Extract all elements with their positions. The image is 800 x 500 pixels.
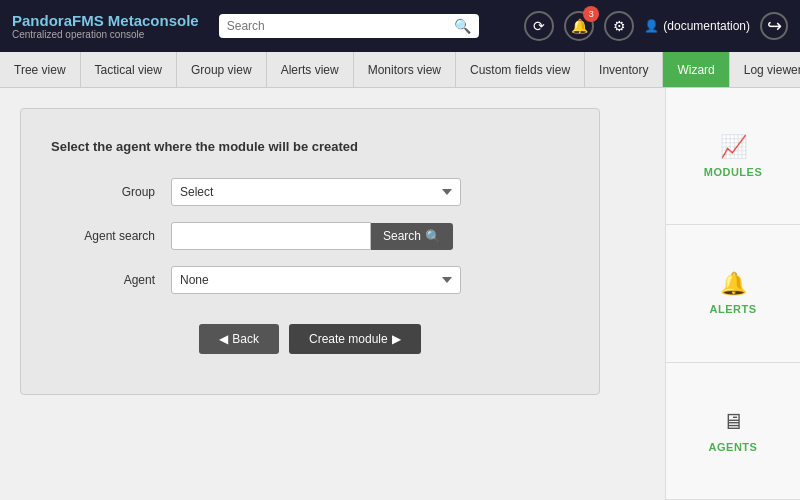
user-menu[interactable]: 👤 (documentation) (644, 19, 750, 33)
user-label: (documentation) (663, 19, 750, 33)
form-buttons: ◀ Back Create module ▶ (51, 324, 569, 354)
notifications-wrap: 🔔 3 (564, 11, 594, 41)
settings-icon[interactable]: ⚙ (604, 11, 634, 41)
back-btn-label: Back (232, 332, 259, 346)
search-btn-icon: 🔍 (425, 229, 441, 244)
main-nav: Tree view Tactical view Group view Alert… (0, 52, 800, 88)
agent-search-button[interactable]: Search 🔍 (371, 223, 453, 250)
agent-search-row: Agent search Search 🔍 (51, 222, 569, 250)
agent-search-label: Agent search (51, 229, 171, 243)
form-container: Select the agent where the module will b… (20, 108, 600, 395)
agent-search-input[interactable] (171, 222, 371, 250)
search-btn-label: Search (383, 229, 421, 243)
nav-custom-fields-view[interactable]: Custom fields view (456, 52, 585, 87)
modules-label: MODULES (704, 166, 763, 178)
user-avatar-icon: 👤 (644, 19, 659, 33)
create-btn-label: Create module (309, 332, 388, 346)
agents-label: AGENTS (709, 441, 758, 453)
agent-row: Agent None (51, 266, 569, 294)
global-search-bar: 🔍 (219, 14, 479, 38)
sidebar-agents[interactable]: 🖥 AGENTS (666, 363, 800, 500)
form-area: Select the agent where the module will b… (0, 88, 665, 500)
group-row: Group Select (51, 178, 569, 206)
form-title: Select the agent where the module will b… (51, 139, 569, 154)
group-select[interactable]: Select (171, 178, 461, 206)
brand: PandoraFMS Metaconsole Centralized opera… (12, 12, 199, 40)
global-search-button[interactable]: 🔍 (454, 18, 471, 34)
nav-tactical-view[interactable]: Tactical view (81, 52, 177, 87)
agent-search-group: Search 🔍 (171, 222, 453, 250)
agents-icon: 🖥 (722, 409, 744, 435)
right-sidebar: 📈 MODULES 🔔 ALERTS 🖥 AGENTS (665, 88, 800, 500)
app-subtitle: Centralized operation console (12, 29, 199, 40)
header-icons: ⟳ 🔔 3 ⚙ 👤 (documentation) ↪ (524, 11, 788, 41)
agent-select[interactable]: None (171, 266, 461, 294)
alerts-label: ALERTS (710, 303, 757, 315)
nav-group-view[interactable]: Group view (177, 52, 267, 87)
back-chevron-icon: ◀ (219, 332, 228, 346)
header: PandoraFMS Metaconsole Centralized opera… (0, 0, 800, 52)
sidebar-alerts[interactable]: 🔔 ALERTS (666, 225, 800, 362)
nav-tree-view[interactable]: Tree view (0, 52, 81, 87)
nav-log-viewer[interactable]: Log viewer (730, 52, 800, 87)
alerts-icon: 🔔 (720, 271, 747, 297)
logout-button[interactable]: ↪ (760, 12, 788, 40)
updates-icon[interactable]: ⟳ (524, 11, 554, 41)
nav-monitors-view[interactable]: Monitors view (354, 52, 456, 87)
nav-inventory[interactable]: Inventory (585, 52, 663, 87)
group-label: Group (51, 185, 171, 199)
app-title: PandoraFMS Metaconsole (12, 12, 199, 29)
main-content: Select the agent where the module will b… (0, 88, 800, 500)
create-module-button[interactable]: Create module ▶ (289, 324, 421, 354)
sidebar-modules[interactable]: 📈 MODULES (666, 88, 800, 225)
create-chevron-icon: ▶ (392, 332, 401, 346)
back-button[interactable]: ◀ Back (199, 324, 279, 354)
agent-label: Agent (51, 273, 171, 287)
global-search-input[interactable] (227, 19, 454, 33)
nav-alerts-view[interactable]: Alerts view (267, 52, 354, 87)
notifications-badge: 3 (583, 6, 599, 22)
modules-icon: 📈 (720, 134, 747, 160)
nav-wizard[interactable]: Wizard (663, 52, 729, 87)
